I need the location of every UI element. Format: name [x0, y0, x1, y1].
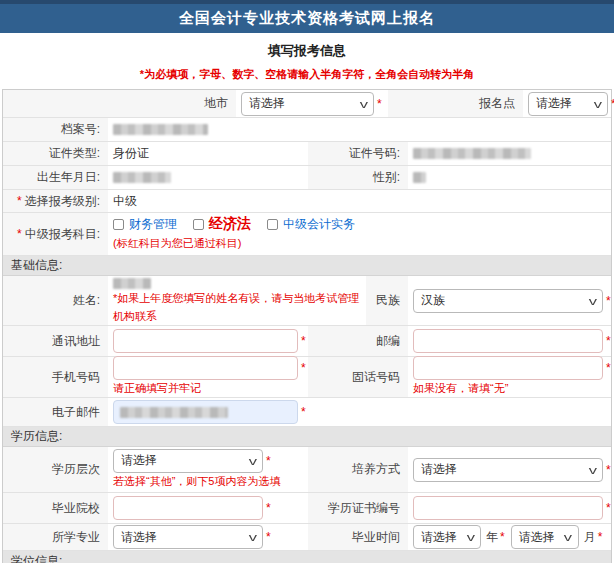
required-mark: *	[301, 361, 306, 375]
subject-checkbox-intermediate-practice[interactable]	[267, 219, 278, 230]
name-note: *如果上年度您填写的姓名有误，请与当地考试管理机构联系	[113, 290, 363, 324]
major-select[interactable]: 请选择 v	[113, 525, 263, 549]
training-mode-select-value: 请选择	[421, 461, 457, 478]
required-mark: *	[266, 454, 271, 468]
row-birth-gender: 出生年月日: 性别:	[3, 166, 611, 190]
gender-label: 性别:	[308, 166, 408, 189]
redacted-value	[413, 172, 426, 183]
chevron-down-icon: v	[593, 98, 601, 110]
id-type-label: 证件类型:	[3, 142, 108, 165]
ethnic-select[interactable]: 汉族 v	[413, 289, 603, 313]
training-mode-label: 培养方式	[308, 447, 408, 492]
cert-no-label: 学历证书编号	[308, 493, 408, 523]
row-school-certno: 毕业院校 * 学历证书编号 *	[3, 493, 611, 524]
required-mark: *	[266, 530, 271, 544]
id-no-label: 证件号码:	[308, 142, 408, 165]
mobile-note: 请正确填写并牢记	[113, 380, 201, 397]
subject-checkbox-finance[interactable]	[113, 219, 124, 230]
email-input[interactable]	[113, 400, 298, 424]
section-degree-info: 学位信息:	[3, 551, 611, 563]
edu-level-label: 学历层次	[3, 447, 108, 492]
id-type-value: 身份证	[108, 145, 308, 162]
zipcode-input[interactable]	[413, 329, 603, 353]
chevron-down-icon: v	[564, 531, 572, 543]
address-input[interactable]	[113, 329, 298, 353]
major-label: 所学专业	[3, 524, 108, 550]
level-label: 选择报考级别:	[25, 193, 100, 210]
subjects-note: (标红科目为您已通过科目)	[113, 235, 241, 252]
chevron-down-icon: v	[466, 531, 474, 543]
school-label: 毕业院校	[3, 493, 108, 523]
subjects-label: 中级报考科目:	[25, 226, 100, 243]
site-select[interactable]: 请选择 v	[528, 92, 608, 116]
training-mode-select[interactable]: 请选择 v	[413, 458, 603, 482]
form-intro: 填写报考信息 *为必填项，字母、数字、空格请输入半角字符，全角会自动转为半角	[0, 33, 614, 82]
grad-year-select-value: 请选择	[421, 529, 457, 546]
city-select[interactable]: 请选择 v	[241, 92, 374, 116]
row-mobile-phone: 手机号码 * 请正确填写并牢记 固话号码 * 如果没有，请填“无”	[3, 357, 611, 398]
section-basic-info: 基础信息:	[3, 256, 611, 276]
required-mark: *	[598, 530, 603, 544]
telephone-note: 如果没有，请填“无”	[413, 380, 508, 397]
registration-form: 地市 请选择 v * 报名点 请选择 v * 档案号: 证件类型: 身份证 证件…	[2, 89, 612, 563]
chevron-down-icon: v	[359, 98, 367, 110]
required-mark: *	[606, 463, 611, 477]
page-title: 填写报考信息	[0, 42, 614, 60]
city-label: 地市	[3, 90, 236, 117]
row-address-zip: 通讯地址 * 邮编 *	[3, 326, 611, 357]
subject-label-economic-law: 经济法	[209, 215, 251, 233]
mobile-label: 手机号码	[3, 357, 108, 397]
grad-month-select[interactable]: 请选择 v	[511, 525, 579, 549]
required-mark: *	[17, 227, 22, 241]
mobile-input[interactable]	[113, 356, 298, 380]
redacted-value	[120, 407, 228, 418]
required-mark: *	[606, 294, 611, 308]
telephone-input[interactable]	[413, 356, 603, 380]
chevron-down-icon: v	[248, 531, 256, 543]
site-select-value: 请选择	[536, 95, 572, 112]
address-label: 通讯地址	[3, 326, 108, 356]
zipcode-label: 邮编	[308, 326, 408, 356]
required-mark: *	[377, 97, 382, 111]
row-major-gradtime: 所学专业 请选择 v * 毕业时间 请选择 v 年* 请选择 v 月*	[3, 524, 611, 551]
required-mark: *	[266, 501, 271, 515]
birth-label: 出生年月日:	[3, 166, 108, 189]
required-mark: *	[500, 530, 505, 544]
archive-no-label: 档案号:	[3, 118, 108, 141]
subject-checkbox-economic-law[interactable]	[193, 219, 204, 230]
row-city-site: 地市 请选择 v * 报名点 请选择 v *	[3, 90, 611, 118]
chevron-down-icon: v	[588, 295, 596, 307]
level-value: 中级	[108, 193, 137, 210]
section-education-info: 学历信息:	[3, 427, 611, 447]
subject-label-finance: 财务管理	[129, 216, 177, 233]
row-id: 证件类型: 身份证 证件号码:	[3, 142, 611, 166]
chevron-down-icon: v	[248, 455, 256, 467]
ethnic-label: 民族	[366, 276, 408, 325]
row-edulevel-training: 学历层次 请选择 v * 若选择“其他”，则下5项内容为选填 培养方式 请选择 …	[3, 447, 611, 493]
required-mark: *	[606, 361, 611, 375]
telephone-label: 固话号码	[308, 357, 408, 397]
name-label: 姓名:	[3, 276, 108, 325]
edu-level-select[interactable]: 请选择 v	[113, 449, 263, 473]
grad-month-select-value: 请选择	[519, 529, 555, 546]
row-email: 电子邮件 *	[3, 398, 611, 427]
row-archive-no: 档案号:	[3, 118, 611, 142]
edu-level-note: 若选择“其他”，则下5项内容为选填	[113, 473, 280, 490]
edu-level-select-value: 请选择	[121, 452, 157, 469]
redacted-value	[113, 172, 171, 183]
redacted-value	[113, 278, 151, 289]
row-level: * 选择报考级别: 中级	[3, 190, 611, 213]
grad-year-unit: 年	[486, 529, 498, 546]
row-subjects: * 中级报考科目: 财务管理 经济法 中级会计实务 (标红科目为您已通过科目)	[3, 213, 611, 256]
required-note: *为必填项，字母、数字、空格请输入半角字符，全角会自动转为半角	[0, 67, 614, 82]
redacted-value	[113, 124, 208, 135]
row-name-ethnic: 姓名: *如果上年度您填写的姓名有误，请与当地考试管理机构联系 民族 汉族 v …	[3, 276, 611, 326]
school-input[interactable]	[113, 496, 263, 520]
subject-label-intermediate-practice: 中级会计实务	[283, 216, 355, 233]
ethnic-select-value: 汉族	[421, 292, 445, 309]
chevron-down-icon: v	[588, 464, 596, 476]
cert-no-input[interactable]	[413, 496, 603, 520]
redacted-value	[413, 148, 531, 159]
app-title: 全国会计专业技术资格考试网上报名	[179, 9, 435, 28]
grad-year-select[interactable]: 请选择 v	[413, 525, 481, 549]
